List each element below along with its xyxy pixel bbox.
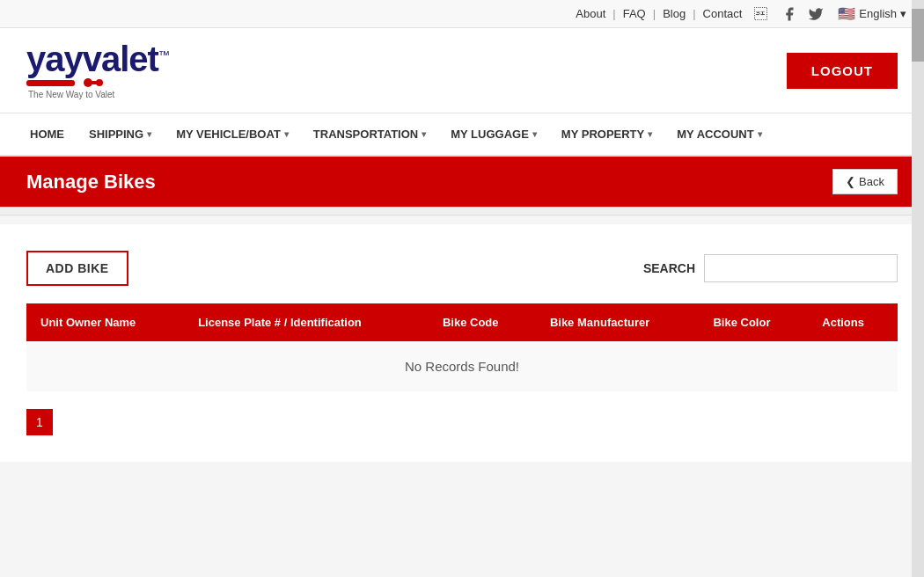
- facebook-icon[interactable]: : [754, 6, 767, 21]
- lang-label: English: [859, 7, 897, 20]
- back-arrow-icon: ❮: [846, 175, 855, 188]
- logo: yayvalet™ The New Way to Valet: [26, 41, 169, 99]
- nav-item-property[interactable]: MY PROPERTY ▾: [549, 113, 664, 155]
- nav-item-home[interactable]: HOME: [18, 113, 77, 155]
- nav-item-shipping[interactable]: SHIPPING ▾: [77, 113, 164, 155]
- chevron-down-icon: ▾: [147, 129, 151, 139]
- pagination: 1: [26, 409, 898, 435]
- sep3: |: [693, 7, 695, 20]
- header: yayvalet™ The New Way to Valet LOGOUT: [0, 28, 924, 113]
- svg-point-1: [84, 78, 92, 87]
- faq-link[interactable]: FAQ: [623, 7, 646, 20]
- logo-tagline: The New Way to Valet: [28, 90, 114, 99]
- nav-item-luggage[interactable]: MY LUGGAGE ▾: [438, 113, 549, 155]
- no-records-message: No Records Found!: [26, 341, 898, 391]
- sep2: |: [653, 7, 656, 20]
- twitter-icon[interactable]: [808, 6, 824, 22]
- nav-item-account[interactable]: MY ACCOUNT ▾: [664, 113, 774, 155]
- page-1-button[interactable]: 1: [26, 409, 53, 435]
- chevron-down-icon: ▾: [284, 129, 289, 139]
- col-bike-manufacturer: Bike Manufacturer: [536, 303, 700, 341]
- table-no-records-row: No Records Found!: [26, 341, 898, 391]
- lang-arrow-icon: ▾: [900, 7, 906, 20]
- svg-point-2: [96, 79, 103, 86]
- trademark-symbol: ™: [158, 48, 169, 62]
- page-banner: Manage Bikes ❮ Back: [0, 157, 924, 207]
- divider: [0, 207, 924, 215]
- col-license-plate: License Plate # / Identification: [184, 303, 429, 341]
- sep1: |: [612, 7, 615, 20]
- about-link[interactable]: About: [576, 7, 605, 20]
- chevron-down-icon: ▾: [758, 129, 762, 139]
- search-input[interactable]: [704, 254, 898, 282]
- svg-rect-0: [26, 80, 75, 86]
- svg-rect-3: [92, 81, 97, 84]
- logout-button[interactable]: LOGOUT: [787, 53, 898, 89]
- bikes-table-wrapper: Unit Owner Name License Plate # / Identi…: [26, 303, 898, 391]
- add-bike-button[interactable]: ADD BIKE: [26, 251, 128, 286]
- chevron-down-icon: ▾: [648, 129, 652, 139]
- col-bike-code: Bike Code: [429, 303, 536, 341]
- chevron-down-icon: ▾: [532, 129, 537, 139]
- col-unit-owner: Unit Owner Name: [26, 303, 184, 341]
- logo-decoration: [26, 77, 106, 88]
- bikes-table: Unit Owner Name License Plate # / Identi…: [26, 303, 898, 391]
- scrollbar-thumb[interactable]: [912, 9, 924, 62]
- language-selector[interactable]: 🇺🇸 English ▾: [838, 5, 906, 22]
- logo-keys-icon: [26, 77, 106, 88]
- flag-icon: 🇺🇸: [838, 5, 855, 22]
- col-actions: Actions: [808, 303, 898, 341]
- search-area: SEARCH: [643, 254, 898, 282]
- scrollbar[interactable]: [912, 0, 924, 471]
- back-button[interactable]: ❮ Back: [832, 169, 898, 194]
- back-label: Back: [859, 175, 884, 188]
- toolbar: ADD BIKE SEARCH: [26, 251, 898, 286]
- facebook-icon[interactable]: [781, 6, 797, 22]
- table-header-row: Unit Owner Name License Plate # / Identi…: [26, 303, 898, 341]
- search-label: SEARCH: [643, 261, 695, 275]
- blog-link[interactable]: Blog: [663, 7, 686, 20]
- content-area: ADD BIKE SEARCH Unit Owner Name License …: [0, 224, 924, 462]
- col-bike-color: Bike Color: [699, 303, 808, 341]
- chevron-down-icon: ▾: [422, 129, 426, 139]
- nav-item-vehicle-boat[interactable]: MY VEHICLE/BOAT ▾: [164, 113, 301, 155]
- nav-bar: HOME SHIPPING ▾ MY VEHICLE/BOAT ▾ TRANSP…: [0, 113, 924, 157]
- top-bar: About | FAQ | Blog | Contact  🇺🇸 Englis…: [0, 0, 924, 28]
- logo-text: yayvalet™: [26, 41, 169, 77]
- page-title: Manage Bikes: [26, 171, 156, 194]
- nav-item-transportation[interactable]: TRANSPORTATION ▾: [301, 113, 438, 155]
- contact-link[interactable]: Contact: [703, 7, 743, 20]
